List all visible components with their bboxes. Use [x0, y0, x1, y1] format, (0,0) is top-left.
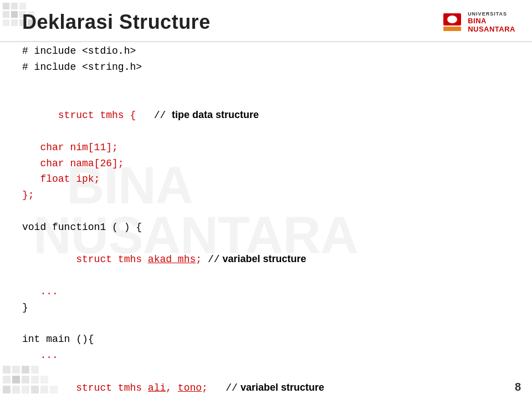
code-tono: tono: [178, 382, 202, 393]
code-variabel-comment-1: variabel structure: [219, 253, 306, 264]
code-line-15: int main (){: [22, 331, 510, 347]
code-comment-slash: //: [136, 110, 172, 121]
svg-rect-17: [12, 376, 20, 383]
logo-nusantara-label: NUSANTARA: [468, 25, 515, 33]
code-tipe-data-comment: tipe data structure: [172, 109, 259, 120]
code-line-14: [22, 316, 510, 332]
code-line-17: struct tmhs ali, tono; // variabel struc…: [22, 364, 510, 399]
code-akad-mhs: akad_mhs: [148, 254, 196, 265]
code-block: # include <stdio.h> # include <string.h>…: [22, 43, 510, 399]
page-title: Deklarasi Structure: [22, 11, 211, 34]
code-comma: ,: [166, 382, 178, 393]
code-line-6: char nama[26];: [22, 156, 510, 172]
logo-area: UNIVERSITAS BINA NUSANTARA: [443, 11, 515, 33]
logo-text: UNIVERSITAS BINA NUSANTARA: [468, 11, 515, 33]
code-line-16: ...: [22, 347, 510, 364]
code-struct-tmhs-akad: struct tmhs: [58, 254, 148, 265]
code-line-5: char nim[11];: [22, 140, 510, 156]
code-ali: ali: [148, 382, 166, 393]
svg-rect-12: [3, 366, 11, 374]
svg-rect-13: [12, 366, 20, 374]
code-semicolon-1: ;: [196, 254, 202, 265]
logo-universitas-label: UNIVERSITAS: [468, 11, 507, 17]
code-line-10: void function1 ( ) {: [22, 219, 510, 236]
code-line-12: ...: [22, 284, 510, 300]
code-struct-tmhs-ali: struct tmhs: [58, 382, 148, 393]
code-line-8: };: [22, 187, 510, 203]
code-line-1: # include <stdio.h>: [22, 43, 510, 59]
svg-rect-21: [3, 386, 11, 393]
code-comment-slash-3: //: [208, 382, 238, 393]
svg-rect-16: [3, 376, 11, 383]
code-struct-decl: struct tmhs {: [58, 110, 136, 121]
code-line-7: float ipk;: [22, 171, 510, 187]
code-line-11: struct tmhs akad_mhs; // variabel struct…: [22, 236, 510, 284]
main-content: # include <stdio.h> # include <string.h>…: [22, 43, 510, 377]
page-number: 8: [515, 381, 521, 393]
header: Deklarasi Structure UNIVERSITAS BINA NUS…: [0, 3, 532, 42]
code-comment-slash-2: //: [202, 254, 219, 265]
code-line-4: struct tmhs { // tipe data structure: [22, 91, 510, 139]
code-line-2: # include <string.h>: [22, 59, 510, 75]
code-line-9: [22, 203, 510, 219]
code-semicolon-2: ;: [202, 382, 208, 393]
code-line-3: [22, 75, 510, 91]
svg-rect-22: [12, 386, 20, 393]
code-line-13: }: [22, 300, 510, 316]
logo-bina-label: BINA: [468, 17, 487, 25]
code-variabel-comment-2: variabel structure: [238, 382, 324, 393]
